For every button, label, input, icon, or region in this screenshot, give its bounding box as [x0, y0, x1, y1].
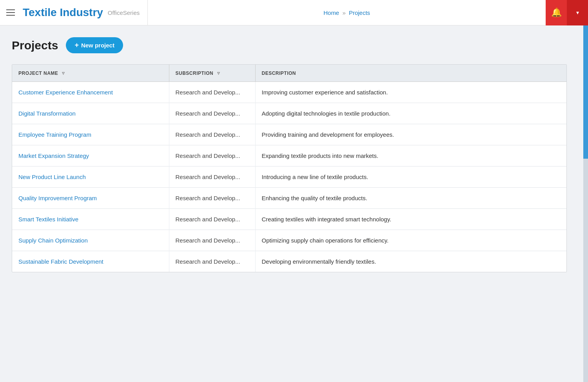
project-name-link[interactable]: New Product Line Launch	[18, 174, 86, 180]
description-cell: Creating textiles with integrated smart …	[255, 209, 566, 230]
subscription-cell: Research and Develop...	[169, 103, 255, 124]
description-cell: Providing training and development for e…	[255, 124, 566, 145]
table-row: Customer Experience EnhancementResearch …	[12, 82, 566, 103]
column-header-name: PROJECT NAME ▿	[12, 65, 169, 82]
project-name-link[interactable]: Sustainable Fabric Development	[18, 258, 103, 265]
description-cell: Improving customer experience and satisf…	[255, 82, 566, 103]
new-project-button[interactable]: + New project	[66, 37, 123, 53]
description-cell: Introducing a new line of textile produc…	[255, 167, 566, 188]
table-row: Smart Textiles InitiativeResearch and De…	[12, 209, 566, 230]
projects-table: PROJECT NAME ▿ SUBSCRIPTION ▿ DESCRIPTIO…	[12, 65, 566, 272]
breadcrumb-separator: »	[342, 9, 345, 16]
subscription-cell: Research and Develop...	[169, 145, 255, 167]
subscription-cell: Research and Develop...	[169, 188, 255, 209]
header-nav: Home » Projects	[148, 9, 546, 16]
breadcrumb-home[interactable]: Home	[323, 9, 339, 16]
table-row: Supply Chain OptimizationResearch and De…	[12, 230, 566, 251]
table-row: Employee Training ProgramResearch and De…	[12, 124, 566, 145]
subscription-cell: Research and Develop...	[169, 230, 255, 251]
table-row: Quality Improvement ProgramResearch and …	[12, 188, 566, 209]
projects-table-body: Customer Experience EnhancementResearch …	[12, 82, 566, 272]
project-name-link[interactable]: Market Expansion Strategy	[18, 152, 89, 159]
bell-icon: 🔔	[551, 7, 562, 18]
project-name-link[interactable]: Smart Textiles Initiative	[18, 216, 78, 223]
column-description-label: DESCRIPTION	[262, 71, 296, 76]
user-dropdown-button[interactable]: ▾	[567, 0, 588, 25]
project-name-link[interactable]: Quality Improvement Program	[18, 195, 97, 201]
main-content: Projects + New project PROJECT NAME ▿	[0, 25, 588, 382]
header: Textile Industry OfficeSeries Home » Pro…	[0, 0, 588, 25]
column-header-description: DESCRIPTION	[255, 65, 566, 82]
name-filter-icon[interactable]: ▿	[62, 70, 65, 76]
description-cell: Expanding textile products into new mark…	[255, 145, 566, 167]
description-cell: Optimizing supply chain operations for e…	[255, 230, 566, 251]
page-title: Projects	[12, 39, 58, 52]
description-cell: Developing environmentally friendly text…	[255, 251, 566, 272]
description-cell: Enhancing the quality of textile product…	[255, 188, 566, 209]
project-name-link[interactable]: Customer Experience Enhancement	[18, 89, 113, 96]
notification-button[interactable]: 🔔	[546, 0, 567, 25]
scrollbar-thumb[interactable]	[583, 25, 588, 159]
column-name-label: PROJECT NAME	[18, 71, 58, 76]
table-row: Digital TransformationResearch and Devel…	[12, 103, 566, 124]
column-header-subscription: SUBSCRIPTION ▿	[169, 65, 255, 82]
project-name-link[interactable]: Digital Transformation	[18, 110, 76, 117]
subscription-cell: Research and Develop...	[169, 209, 255, 230]
table-row: Sustainable Fabric DevelopmentResearch a…	[12, 251, 566, 272]
subscription-filter-icon[interactable]: ▿	[217, 70, 220, 76]
subscription-cell: Research and Develop...	[169, 251, 255, 272]
hamburger-menu-icon[interactable]	[6, 9, 15, 16]
project-name-link[interactable]: Employee Training Program	[18, 131, 91, 138]
page-header: Projects + New project	[12, 37, 576, 53]
subscription-cell: Research and Develop...	[169, 167, 255, 188]
subscription-cell: Research and Develop...	[169, 124, 255, 145]
subscription-cell: Research and Develop...	[169, 82, 255, 103]
chevron-down-icon: ▾	[576, 9, 579, 16]
app-title: Textile Industry	[23, 6, 103, 19]
header-left: Textile Industry OfficeSeries	[0, 0, 148, 25]
table-header-row: PROJECT NAME ▿ SUBSCRIPTION ▿ DESCRIPTIO…	[12, 65, 566, 82]
header-actions: 🔔 ▾	[546, 0, 588, 25]
table-row: New Product Line LaunchResearch and Deve…	[12, 167, 566, 188]
projects-table-container: PROJECT NAME ▿ SUBSCRIPTION ▿ DESCRIPTIO…	[12, 64, 567, 272]
new-project-label: New project	[81, 42, 114, 49]
plus-icon: +	[74, 41, 79, 49]
breadcrumb: Home » Projects	[323, 9, 370, 16]
column-subscription-label: SUBSCRIPTION	[176, 71, 214, 76]
table-row: Market Expansion StrategyResearch and De…	[12, 145, 566, 167]
app-subtitle: OfficeSeries	[108, 9, 140, 16]
description-cell: Adopting digital technologies in textile…	[255, 103, 566, 124]
breadcrumb-current: Projects	[349, 9, 370, 16]
project-name-link[interactable]: Supply Chain Optimization	[18, 237, 88, 244]
